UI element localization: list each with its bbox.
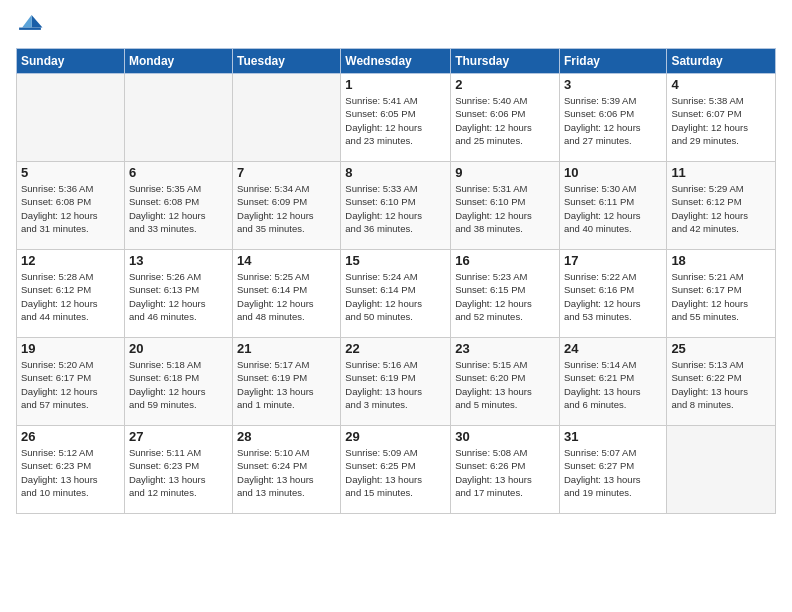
day-number: 8 [345,165,446,180]
day-info: Sunrise: 5:38 AM Sunset: 6:07 PM Dayligh… [671,94,771,147]
day-number: 4 [671,77,771,92]
day-number: 27 [129,429,228,444]
calendar-cell: 3Sunrise: 5:39 AM Sunset: 6:06 PM Daylig… [559,74,666,162]
day-info: Sunrise: 5:40 AM Sunset: 6:06 PM Dayligh… [455,94,555,147]
calendar-cell: 4Sunrise: 5:38 AM Sunset: 6:07 PM Daylig… [667,74,776,162]
day-info: Sunrise: 5:33 AM Sunset: 6:10 PM Dayligh… [345,182,446,235]
day-info: Sunrise: 5:25 AM Sunset: 6:14 PM Dayligh… [237,270,336,323]
week-row-5: 26Sunrise: 5:12 AM Sunset: 6:23 PM Dayli… [17,426,776,514]
calendar-cell [667,426,776,514]
calendar-cell: 6Sunrise: 5:35 AM Sunset: 6:08 PM Daylig… [124,162,232,250]
day-info: Sunrise: 5:35 AM Sunset: 6:08 PM Dayligh… [129,182,228,235]
day-info: Sunrise: 5:31 AM Sunset: 6:10 PM Dayligh… [455,182,555,235]
weekday-header-thursday: Thursday [451,49,560,74]
calendar-cell: 21Sunrise: 5:17 AM Sunset: 6:19 PM Dayli… [233,338,341,426]
day-number: 9 [455,165,555,180]
day-number: 24 [564,341,662,356]
week-row-3: 12Sunrise: 5:28 AM Sunset: 6:12 PM Dayli… [17,250,776,338]
week-row-2: 5Sunrise: 5:36 AM Sunset: 6:08 PM Daylig… [17,162,776,250]
day-number: 22 [345,341,446,356]
weekday-header-row: SundayMondayTuesdayWednesdayThursdayFrid… [17,49,776,74]
weekday-header-tuesday: Tuesday [233,49,341,74]
calendar-cell: 18Sunrise: 5:21 AM Sunset: 6:17 PM Dayli… [667,250,776,338]
calendar-cell: 30Sunrise: 5:08 AM Sunset: 6:26 PM Dayli… [451,426,560,514]
day-info: Sunrise: 5:34 AM Sunset: 6:09 PM Dayligh… [237,182,336,235]
day-number: 10 [564,165,662,180]
calendar-cell: 29Sunrise: 5:09 AM Sunset: 6:25 PM Dayli… [341,426,451,514]
calendar-cell: 9Sunrise: 5:31 AM Sunset: 6:10 PM Daylig… [451,162,560,250]
day-number: 18 [671,253,771,268]
day-number: 28 [237,429,336,444]
calendar-cell: 7Sunrise: 5:34 AM Sunset: 6:09 PM Daylig… [233,162,341,250]
header [16,12,776,40]
day-number: 15 [345,253,446,268]
calendar-cell: 5Sunrise: 5:36 AM Sunset: 6:08 PM Daylig… [17,162,125,250]
day-number: 17 [564,253,662,268]
day-number: 16 [455,253,555,268]
weekday-header-wednesday: Wednesday [341,49,451,74]
svg-rect-2 [19,28,41,30]
week-row-4: 19Sunrise: 5:20 AM Sunset: 6:17 PM Dayli… [17,338,776,426]
calendar-table: SundayMondayTuesdayWednesdayThursdayFrid… [16,48,776,514]
svg-marker-1 [22,15,31,27]
day-number: 1 [345,77,446,92]
day-number: 14 [237,253,336,268]
day-number: 30 [455,429,555,444]
calendar-cell: 23Sunrise: 5:15 AM Sunset: 6:20 PM Dayli… [451,338,560,426]
day-number: 21 [237,341,336,356]
day-info: Sunrise: 5:24 AM Sunset: 6:14 PM Dayligh… [345,270,446,323]
day-info: Sunrise: 5:17 AM Sunset: 6:19 PM Dayligh… [237,358,336,411]
day-number: 12 [21,253,120,268]
calendar-cell: 19Sunrise: 5:20 AM Sunset: 6:17 PM Dayli… [17,338,125,426]
day-info: Sunrise: 5:15 AM Sunset: 6:20 PM Dayligh… [455,358,555,411]
day-number: 2 [455,77,555,92]
day-number: 7 [237,165,336,180]
logo [16,12,48,40]
day-number: 26 [21,429,120,444]
calendar-cell: 25Sunrise: 5:13 AM Sunset: 6:22 PM Dayli… [667,338,776,426]
calendar-cell: 28Sunrise: 5:10 AM Sunset: 6:24 PM Dayli… [233,426,341,514]
day-info: Sunrise: 5:18 AM Sunset: 6:18 PM Dayligh… [129,358,228,411]
calendar-cell: 31Sunrise: 5:07 AM Sunset: 6:27 PM Dayli… [559,426,666,514]
day-number: 25 [671,341,771,356]
day-info: Sunrise: 5:14 AM Sunset: 6:21 PM Dayligh… [564,358,662,411]
weekday-header-friday: Friday [559,49,666,74]
day-info: Sunrise: 5:29 AM Sunset: 6:12 PM Dayligh… [671,182,771,235]
weekday-header-saturday: Saturday [667,49,776,74]
calendar-cell: 24Sunrise: 5:14 AM Sunset: 6:21 PM Dayli… [559,338,666,426]
weekday-header-sunday: Sunday [17,49,125,74]
day-info: Sunrise: 5:39 AM Sunset: 6:06 PM Dayligh… [564,94,662,147]
logo-icon [16,12,44,40]
day-info: Sunrise: 5:10 AM Sunset: 6:24 PM Dayligh… [237,446,336,499]
calendar-cell [124,74,232,162]
calendar-cell: 26Sunrise: 5:12 AM Sunset: 6:23 PM Dayli… [17,426,125,514]
day-info: Sunrise: 5:22 AM Sunset: 6:16 PM Dayligh… [564,270,662,323]
day-info: Sunrise: 5:16 AM Sunset: 6:19 PM Dayligh… [345,358,446,411]
day-number: 5 [21,165,120,180]
day-info: Sunrise: 5:21 AM Sunset: 6:17 PM Dayligh… [671,270,771,323]
day-info: Sunrise: 5:13 AM Sunset: 6:22 PM Dayligh… [671,358,771,411]
week-row-1: 1Sunrise: 5:41 AM Sunset: 6:05 PM Daylig… [17,74,776,162]
day-info: Sunrise: 5:12 AM Sunset: 6:23 PM Dayligh… [21,446,120,499]
day-info: Sunrise: 5:11 AM Sunset: 6:23 PM Dayligh… [129,446,228,499]
page: SundayMondayTuesdayWednesdayThursdayFrid… [0,0,792,612]
day-info: Sunrise: 5:26 AM Sunset: 6:13 PM Dayligh… [129,270,228,323]
calendar-cell: 1Sunrise: 5:41 AM Sunset: 6:05 PM Daylig… [341,74,451,162]
day-info: Sunrise: 5:30 AM Sunset: 6:11 PM Dayligh… [564,182,662,235]
calendar-cell: 2Sunrise: 5:40 AM Sunset: 6:06 PM Daylig… [451,74,560,162]
day-number: 6 [129,165,228,180]
calendar-cell: 14Sunrise: 5:25 AM Sunset: 6:14 PM Dayli… [233,250,341,338]
calendar-cell: 11Sunrise: 5:29 AM Sunset: 6:12 PM Dayli… [667,162,776,250]
day-number: 19 [21,341,120,356]
calendar-cell: 12Sunrise: 5:28 AM Sunset: 6:12 PM Dayli… [17,250,125,338]
day-number: 23 [455,341,555,356]
day-number: 3 [564,77,662,92]
calendar-cell: 20Sunrise: 5:18 AM Sunset: 6:18 PM Dayli… [124,338,232,426]
calendar-cell: 22Sunrise: 5:16 AM Sunset: 6:19 PM Dayli… [341,338,451,426]
day-info: Sunrise: 5:09 AM Sunset: 6:25 PM Dayligh… [345,446,446,499]
calendar-cell: 10Sunrise: 5:30 AM Sunset: 6:11 PM Dayli… [559,162,666,250]
svg-marker-0 [32,15,43,27]
day-info: Sunrise: 5:28 AM Sunset: 6:12 PM Dayligh… [21,270,120,323]
calendar-cell [233,74,341,162]
calendar-cell: 8Sunrise: 5:33 AM Sunset: 6:10 PM Daylig… [341,162,451,250]
